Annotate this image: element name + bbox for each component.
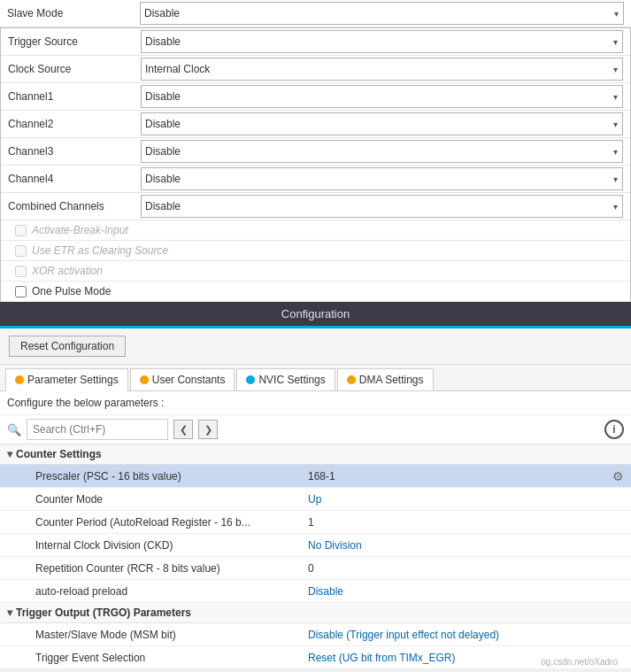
prescaler-value: 168-1: [301, 467, 612, 486]
slave-mode-select-wrapper[interactable]: Disable ▾: [140, 2, 624, 25]
channel4-select-wrapper[interactable]: Disable ▾: [141, 167, 623, 190]
param-table: ▾ Counter Settings Prescaler (PSC - 16 b…: [0, 444, 631, 669]
main-container: Slave Mode Disable ▾ Trigger Source Disa…: [0, 0, 631, 669]
reset-config-section: Reset Configuration: [0, 328, 631, 365]
tab-label-nvic-settings: NVIC Settings: [258, 374, 325, 386]
channel2-label: Channel2: [8, 118, 141, 130]
counter-mode-row: Counter Mode Up: [0, 488, 631, 511]
master-slave-mode-name: Master/Slave Mode (MSM bit): [0, 625, 301, 645]
channel2-select[interactable]: Disable: [141, 112, 623, 135]
nav-prev-button[interactable]: ❮: [173, 420, 193, 439]
combined-channels-select[interactable]: Disable: [141, 195, 623, 218]
tab-user-constants[interactable]: User Constants: [130, 368, 235, 390]
activate-break-label: Activate-Break-Input: [32, 224, 128, 236]
top-section: Trigger Source Disable ▾ Clock Source In…: [0, 27, 631, 302]
reset-configuration-button[interactable]: Reset Configuration: [9, 336, 126, 357]
slave-mode-label: Slave Mode: [7, 7, 140, 19]
channel2-select-wrapper[interactable]: Disable ▾: [141, 112, 623, 135]
clock-division-value: No Division: [301, 536, 631, 555]
trigger-event-name: Trigger Event Selection: [0, 648, 301, 668]
counter-mode-name: Counter Mode: [0, 490, 301, 509]
counter-mode-value: Up: [301, 490, 631, 509]
gear-icon[interactable]: ⚙: [612, 469, 624, 483]
auto-reload-row: auto-reload preload Disable: [0, 580, 631, 603]
xor-activation-checkbox[interactable]: [15, 266, 27, 277]
repetition-counter-value: 0: [301, 559, 631, 578]
configuration-bar: Configuration: [0, 302, 631, 328]
tab-label-dma-settings: DMA Settings: [359, 374, 424, 386]
counter-period-value: 1: [301, 513, 631, 532]
repetition-counter-row: Repetition Counter (RCR - 8 bits value) …: [0, 557, 631, 580]
trigger-event-selection-row: Trigger Event Selection Reset (UG bit fr…: [0, 646, 631, 669]
trgo-parameters-toggle-icon: ▾: [7, 606, 12, 619]
auto-reload-name: auto-reload preload: [0, 582, 301, 601]
search-row: 🔍 ❮ ❯ i: [0, 415, 631, 444]
use-etr-checkbox[interactable]: [15, 245, 27, 257]
configuration-label: Configuration: [281, 307, 350, 321]
channel3-select-wrapper[interactable]: Disable ▾: [141, 140, 623, 163]
trigger-source-row: Trigger Source Disable ▾: [1, 28, 630, 56]
clock-source-select[interactable]: Internal Clock: [141, 58, 623, 81]
configure-text: Configure the below parameters :: [0, 391, 631, 415]
slave-mode-row: Slave Mode Disable ▾: [0, 0, 631, 27]
channel4-row: Channel4 Disable ▾: [1, 166, 630, 193]
trigger-source-label: Trigger Source: [8, 35, 141, 48]
combined-channels-label: Combined Channels: [8, 200, 141, 212]
counter-settings-toggle-icon: ▾: [7, 448, 12, 460]
watermark-text: og.csdn.net/oXadro: [541, 657, 618, 667]
clock-division-row: Internal Clock Division (CKD) No Divisio…: [0, 534, 631, 557]
repetition-counter-name: Repetition Counter (RCR - 8 bits value): [0, 559, 301, 578]
trigger-source-select-wrapper[interactable]: Disable ▾: [141, 30, 623, 53]
one-pulse-label: One Pulse Mode: [32, 285, 111, 297]
tabs-row: Parameter Settings User Constants NVIC S…: [0, 365, 631, 391]
tab-dma-settings[interactable]: DMA Settings: [337, 368, 434, 390]
prescaler-row: Prescaler (PSC - 16 bits value) 168-1 ⚙: [0, 465, 631, 488]
channel1-select[interactable]: Disable: [141, 85, 623, 108]
counter-period-name: Counter Period (AutoReload Register - 16…: [0, 513, 301, 532]
trigger-source-select[interactable]: Disable: [141, 30, 623, 53]
activate-break-row: Activate-Break-Input: [1, 220, 630, 241]
master-slave-mode-row: Master/Slave Mode (MSM bit) Disable (Tri…: [0, 623, 631, 646]
slave-mode-select[interactable]: Disable: [140, 2, 624, 25]
auto-reload-value: Disable: [301, 582, 631, 601]
tab-parameter-settings[interactable]: Parameter Settings: [5, 368, 128, 391]
tab-label-user-constants: User Constants: [152, 374, 226, 386]
tab-label-parameter-settings: Parameter Settings: [27, 374, 119, 386]
nav-next-button[interactable]: ❯: [198, 420, 218, 439]
search-input[interactable]: [27, 419, 168, 440]
clock-source-row: Clock Source Internal Clock ▾: [1, 56, 630, 83]
xor-activation-row: XOR activation: [1, 261, 630, 282]
one-pulse-checkbox[interactable]: [15, 286, 27, 297]
channel4-select[interactable]: Disable: [141, 167, 623, 190]
counter-settings-label: Counter Settings: [16, 448, 102, 460]
prescaler-name: Prescaler (PSC - 16 bits value): [0, 467, 301, 486]
channel4-label: Channel4: [8, 173, 141, 185]
tab-dot-nvic-settings: [246, 375, 255, 384]
combined-channels-select-wrapper[interactable]: Disable ▾: [141, 195, 623, 218]
trgo-parameters-header[interactable]: ▾ Trigger Output (TRGO) Parameters: [0, 603, 631, 623]
trgo-parameters-label: Trigger Output (TRGO) Parameters: [16, 606, 191, 619]
configure-text-label: Configure the below parameters :: [7, 397, 164, 409]
counter-period-row: Counter Period (AutoReload Register - 16…: [0, 511, 631, 534]
tab-dot-parameter-settings: [15, 375, 24, 384]
info-icon[interactable]: i: [604, 420, 624, 439]
one-pulse-row: One Pulse Mode: [1, 282, 630, 302]
search-icon: 🔍: [7, 423, 21, 436]
channel1-row: Channel1 Disable ▾: [1, 83, 630, 111]
combined-channels-row: Combined Channels Disable ▾: [1, 193, 630, 220]
channel3-row: Channel3 Disable ▾: [1, 138, 630, 166]
xor-activation-label: XOR activation: [32, 265, 103, 277]
tab-dot-dma-settings: [347, 375, 356, 384]
channel3-select[interactable]: Disable: [141, 140, 623, 163]
use-etr-row: Use ETR as Clearing Source: [1, 241, 630, 261]
channel1-label: Channel1: [8, 90, 141, 103]
tab-dot-user-constants: [140, 375, 149, 384]
channel3-label: Channel3: [8, 145, 141, 158]
counter-settings-header[interactable]: ▾ Counter Settings: [0, 444, 631, 465]
clock-source-select-wrapper[interactable]: Internal Clock ▾: [141, 58, 623, 81]
tab-nvic-settings[interactable]: NVIC Settings: [236, 368, 335, 390]
activate-break-checkbox[interactable]: [15, 225, 27, 236]
master-slave-mode-value: Disable (Trigger input effect not delaye…: [301, 625, 631, 645]
channel2-row: Channel2 Disable ▾: [1, 111, 630, 138]
channel1-select-wrapper[interactable]: Disable ▾: [141, 85, 623, 108]
